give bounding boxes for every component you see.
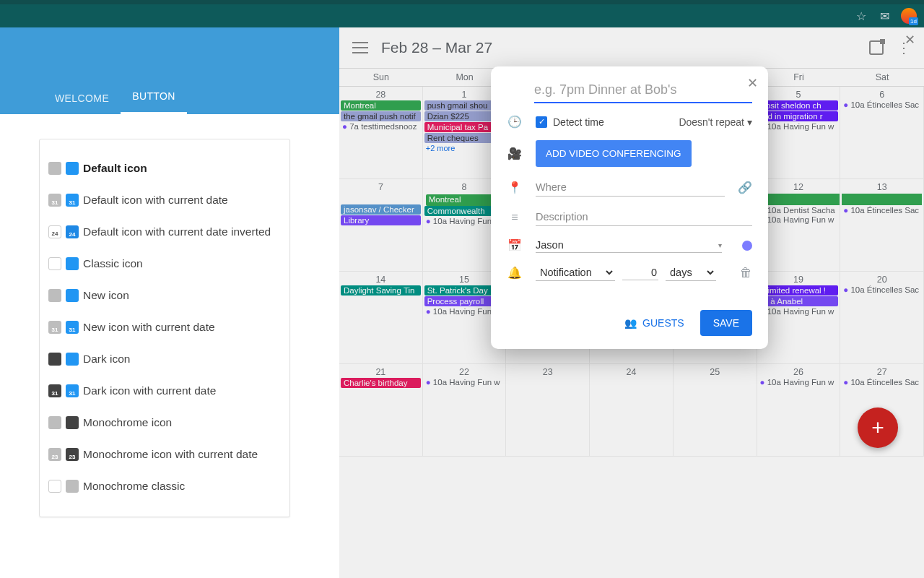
option-monochrome-classic[interactable]: Monochrome classic (48, 470, 281, 502)
tab-welcome[interactable]: WELCOME (43, 79, 121, 114)
option-dark-current-date[interactable]: 31 31 Dark icon with current date (48, 375, 281, 407)
option-label: Default icon (83, 162, 147, 175)
detect-time-checkbox[interactable]: ✓Detect time (536, 116, 604, 128)
option-label: Monochrome icon with current date (83, 448, 258, 461)
add-video-button[interactable]: ADD VIDEO CONFERENCING (536, 140, 692, 167)
bell-icon: 🔔 (507, 266, 523, 280)
calendar-icon (48, 353, 61, 366)
event-title-input[interactable] (534, 79, 752, 103)
calendar-icon (66, 289, 79, 302)
calendar-icon (48, 257, 61, 270)
option-label: Dark icon with current date (83, 384, 216, 397)
add-button[interactable]: + (858, 407, 898, 448)
option-new-current-date[interactable]: 31 31 New icon with current date (48, 311, 281, 343)
option-classic-icon[interactable]: Classic icon (48, 248, 281, 280)
people-icon: 👥 (624, 317, 637, 329)
option-default-icon[interactable]: Default icon (48, 152, 281, 184)
notification-count-input[interactable] (622, 265, 658, 280)
clock-icon: 🕒 (507, 115, 523, 129)
calendar-icon (48, 480, 61, 493)
tab-button[interactable]: BUTTON (121, 77, 187, 114)
calendar-icon (48, 416, 61, 429)
notification-type-select[interactable]: Notification (536, 264, 615, 281)
calendar-icon: 31 (66, 384, 79, 397)
calendar-icon (66, 257, 79, 270)
star-icon[interactable]: ☆ (855, 9, 868, 22)
quick-add-dialog: ✕ 🕒 ✓Detect time Doesn't repeat ▾ 🎥 ADD … (491, 66, 768, 349)
where-input[interactable] (536, 178, 725, 197)
option-label: Dark icon (83, 353, 130, 366)
option-label: Default icon with current date inverted (83, 225, 271, 238)
guests-label: GUESTS (642, 317, 684, 329)
link-icon[interactable]: 🔗 (738, 181, 752, 194)
close-icon[interactable]: ✕ (747, 75, 758, 91)
option-label: Default icon with current date (83, 194, 228, 207)
detect-time-label: Detect time (553, 116, 604, 128)
calendar-icon: 31 (48, 194, 61, 207)
calendar-icon (48, 162, 61, 175)
option-monochrome-icon[interactable]: Monochrome icon (48, 407, 281, 439)
description-input[interactable] (536, 208, 752, 226)
calendar-icon: 31 (66, 321, 79, 334)
location-icon: 📍 (507, 181, 523, 194)
video-icon: 🎥 (507, 147, 523, 160)
option-label: Monochrome icon (83, 416, 172, 429)
option-label: New icon with current date (83, 321, 215, 334)
calendar-icon (48, 289, 61, 302)
options-header: WELCOME BUTTON (0, 27, 339, 114)
chevron-down-icon: ▾ (718, 241, 722, 249)
notification-unit-select[interactable]: days (666, 264, 716, 281)
options-panel: WELCOME BUTTON Default icon 31 31 Defaul… (0, 27, 339, 578)
calendar-select[interactable]: Jason ▾ (536, 238, 722, 253)
browser-chrome: ☆ ✉ (0, 0, 924, 27)
trash-icon[interactable]: 🗑 (740, 266, 752, 280)
save-button[interactable]: SAVE (700, 310, 752, 336)
calendar-icon (66, 353, 79, 366)
calendar-icon (66, 416, 79, 429)
mail-icon[interactable]: ✉ (878, 9, 891, 22)
calendar-icon: 23 (66, 448, 79, 461)
calendar-icon: 📅 (507, 238, 523, 252)
repeat-dropdown[interactable]: Doesn't repeat ▾ (679, 116, 752, 128)
calendar-icon: 31 (48, 384, 61, 397)
calendar-icon: 24 (48, 225, 61, 238)
calendar-icon (66, 162, 79, 175)
option-label: Classic icon (83, 257, 143, 270)
calendar-icon (66, 480, 79, 493)
calendar-name: Jason (536, 239, 564, 251)
option-label: Monochrome classic (83, 480, 185, 493)
option-new-icon[interactable]: New icon (48, 280, 281, 311)
calendar-icon: 23 (48, 448, 61, 461)
chevron-down-icon: ▾ (747, 116, 752, 128)
repeat-label: Doesn't repeat (679, 116, 744, 128)
option-label: New icon (83, 289, 129, 302)
guests-button[interactable]: 👥 GUESTS (624, 317, 684, 329)
calendar-icon: 31 (48, 321, 61, 334)
calendar-icon: 31 (66, 194, 79, 207)
calendar-icon: 24 (66, 225, 79, 238)
option-dark-icon[interactable]: Dark icon (48, 343, 281, 375)
description-icon: ≡ (507, 211, 523, 224)
calendar-color-dot[interactable] (742, 241, 752, 251)
option-monochrome-current-date[interactable]: 23 23 Monochrome icon with current date (48, 439, 281, 470)
icon-options-card: Default icon 31 31 Default icon with cur… (39, 139, 290, 517)
extension-badge-icon[interactable] (901, 8, 917, 24)
option-default-current-date-inverted[interactable]: 24 24 Default icon with current date inv… (48, 216, 281, 248)
option-default-current-date[interactable]: 31 31 Default icon with current date (48, 184, 281, 216)
